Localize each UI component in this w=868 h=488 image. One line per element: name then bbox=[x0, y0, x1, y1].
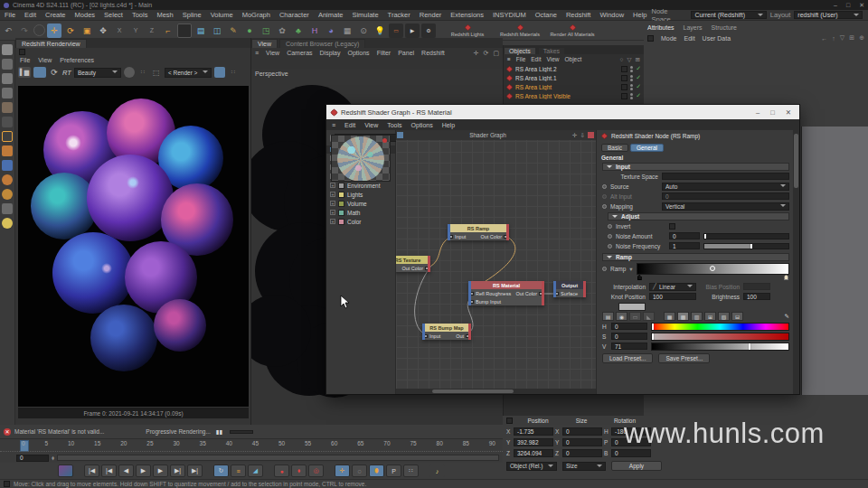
expand-plus-icon[interactable]: + bbox=[330, 192, 335, 197]
interpolation-dropdown[interactable]: ╱Linear bbox=[649, 283, 696, 291]
renderview-dock-icon[interactable] bbox=[19, 49, 25, 55]
snapshot-icon[interactable] bbox=[124, 67, 135, 78]
object-label[interactable]: RS Area Light bbox=[515, 84, 618, 90]
cube-primitive-icon[interactable]: ◫ bbox=[210, 23, 224, 38]
picker-arrow-icon[interactable]: ◣ bbox=[643, 312, 655, 321]
rotate-tool-icon[interactable]: ⟳ bbox=[63, 23, 78, 38]
camera-icon[interactable]: ⊙ bbox=[356, 23, 371, 38]
size-value-field[interactable]: 0 bbox=[562, 438, 602, 446]
group-input[interactable]: Input bbox=[602, 163, 789, 171]
attribute-nav-icon[interactable]: ▽ bbox=[840, 34, 844, 42]
key-position-icon[interactable]: ✛ bbox=[335, 465, 350, 477]
menu-item[interactable]: Tools bbox=[127, 11, 153, 19]
takes-tab[interactable]: Takes bbox=[538, 47, 565, 54]
size-value-field[interactable]: 0 bbox=[562, 427, 602, 436]
clapper-play-icon[interactable]: ▶ bbox=[405, 23, 420, 38]
visibility-dot-top[interactable] bbox=[630, 75, 633, 78]
download-icon[interactable] bbox=[2, 203, 13, 214]
playback-button[interactable]: |◀ bbox=[101, 465, 117, 477]
axis-mode-icon[interactable] bbox=[2, 131, 13, 142]
source-dropdown[interactable]: Auto bbox=[662, 183, 789, 191]
viewport-menu-display[interactable]: Display bbox=[320, 50, 341, 56]
edge-mode-icon[interactable] bbox=[2, 117, 13, 127]
s-snap-icon[interactable] bbox=[2, 189, 13, 200]
menu-item[interactable]: Mesh bbox=[152, 11, 177, 19]
sound-icon[interactable]: ♪ bbox=[429, 465, 445, 477]
menu-item[interactable]: Window bbox=[595, 11, 628, 19]
ramp-knot-right[interactable] bbox=[784, 275, 788, 280]
visibility-dot-bottom[interactable] bbox=[630, 97, 633, 99]
current-color-swatch[interactable] bbox=[618, 303, 646, 311]
live-selection-icon[interactable] bbox=[33, 24, 45, 36]
hint-checkbox-icon[interactable] bbox=[4, 481, 10, 487]
load-preset-button[interactable]: Load Preset... bbox=[602, 353, 653, 363]
mograph-icon[interactable]: ♣ bbox=[291, 23, 306, 38]
enable-checkbox[interactable] bbox=[621, 84, 627, 90]
ramp-knot[interactable] bbox=[710, 266, 715, 271]
record-icon[interactable]: ● bbox=[274, 465, 289, 477]
shader-window-titlebar[interactable]: Redshift Shader Graph - RS Material – □ … bbox=[326, 105, 799, 119]
object-mode-icon[interactable] bbox=[2, 73, 13, 84]
render-settings-icon[interactable]: ▤ bbox=[193, 23, 208, 38]
playback-button[interactable]: ▶| bbox=[187, 465, 203, 477]
light-icon[interactable]: 💡 bbox=[373, 23, 387, 38]
coord-system-icon[interactable]: ⌐ bbox=[161, 23, 175, 38]
gradient-mode-icon[interactable]: ▤ bbox=[602, 312, 614, 321]
noise-frequency-slider[interactable] bbox=[703, 243, 789, 249]
spectrum-icon[interactable]: ▭ bbox=[629, 312, 641, 321]
category-label[interactable]: Math bbox=[347, 210, 360, 216]
object-row[interactable]: RS Area Light.1 ✓ bbox=[504, 73, 644, 82]
attribute-nav-icon[interactable]: ← bbox=[821, 35, 827, 42]
move-tool-icon[interactable]: ✛ bbox=[47, 23, 61, 38]
port-dot-icon[interactable] bbox=[602, 184, 607, 189]
ramp-knot-left[interactable] bbox=[637, 275, 642, 280]
rotation-value-field[interactable]: 0 bbox=[611, 449, 651, 457]
render-view-icon[interactable] bbox=[177, 23, 192, 38]
port-dot-icon[interactable] bbox=[602, 267, 607, 271]
redshift-toolbar-button[interactable]: Redshift Lights bbox=[444, 24, 491, 37]
hamburger-icon[interactable]: ≡ bbox=[507, 56, 511, 62]
y-lock-icon[interactable]: Y bbox=[128, 23, 143, 38]
menu-item[interactable]: Select bbox=[99, 11, 127, 19]
node-space-dropdown[interactable]: Current (Redshift) bbox=[691, 11, 766, 19]
node-category[interactable]: + Color bbox=[326, 217, 395, 226]
menu-item[interactable]: Volume bbox=[206, 11, 238, 19]
hamburger-icon[interactable]: ≡ bbox=[332, 122, 335, 128]
hex-mode-icon[interactable]: ⊞ bbox=[704, 312, 716, 321]
category-label[interactable]: Volume bbox=[347, 201, 367, 207]
viewport-menu-view[interactable]: View bbox=[266, 50, 279, 56]
key-scale-icon[interactable]: ◌ bbox=[352, 465, 367, 477]
menu-item[interactable]: Redshift bbox=[561, 11, 596, 19]
objects-menu-object[interactable]: Object bbox=[564, 56, 581, 62]
category-label[interactable]: Color bbox=[347, 219, 362, 225]
hamburger-icon[interactable]: ≡ bbox=[255, 50, 259, 56]
node-rs-material[interactable]: RS Material Refl RoughnessOut Color Bump… bbox=[468, 281, 544, 305]
node-category[interactable]: + Lights bbox=[326, 190, 395, 199]
kelvin-mode-icon[interactable]: ▥ bbox=[691, 312, 703, 321]
redshift-toolbar-button[interactable]: Render All Materials bbox=[549, 24, 596, 37]
texture-space-field[interactable] bbox=[662, 173, 789, 180]
expand-plus-icon[interactable]: + bbox=[330, 183, 335, 188]
shader-menu-edit[interactable]: Edit bbox=[344, 122, 355, 128]
menu-item[interactable]: Tracker bbox=[383, 11, 415, 19]
visibility-dot-top[interactable] bbox=[630, 84, 633, 87]
visibility-dot-bottom[interactable] bbox=[630, 79, 633, 81]
objects-menu-file[interactable]: File bbox=[516, 56, 525, 62]
redshift-toolbar-button[interactable]: Redshift Materials bbox=[496, 24, 543, 37]
loop-mode-icon[interactable]: ↻ bbox=[213, 465, 229, 477]
orbit-view-icon[interactable]: ⟳ bbox=[484, 50, 489, 57]
menu-item[interactable]: INSYDIUM bbox=[488, 11, 531, 19]
port-dot-icon[interactable] bbox=[608, 234, 612, 239]
category-label[interactable]: Environment bbox=[347, 183, 381, 189]
node-output[interactable]: Output Surface bbox=[553, 281, 586, 297]
viewport-menu-redshift[interactable]: Redshift bbox=[421, 50, 445, 56]
group-adjust[interactable]: Adjust bbox=[608, 212, 789, 221]
menu-item[interactable]: File bbox=[0, 11, 20, 19]
menu-item[interactable]: Spline bbox=[178, 11, 206, 19]
snap-grid-icon[interactable] bbox=[2, 160, 13, 171]
rt-button[interactable]: RT bbox=[62, 69, 71, 77]
tab-basic[interactable]: Basic bbox=[601, 144, 628, 152]
menu-item[interactable]: Character bbox=[275, 11, 314, 19]
object-row[interactable]: RS Area Light Visible ✓ bbox=[504, 91, 644, 100]
eyedropper-icon[interactable]: ✎ bbox=[785, 313, 789, 320]
